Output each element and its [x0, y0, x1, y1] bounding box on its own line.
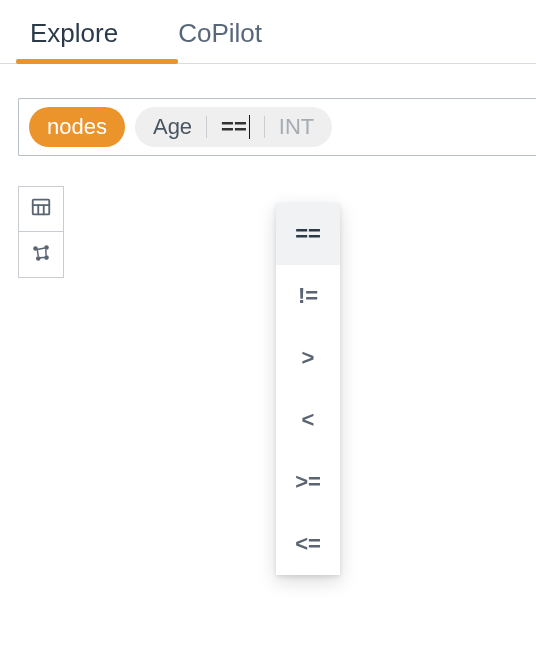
query-builder: nodes Age == INT — [0, 64, 536, 156]
entity-pill[interactable]: nodes — [29, 107, 125, 147]
operator-option-neq[interactable]: != — [276, 265, 340, 327]
pill-divider — [264, 116, 265, 138]
tab-copilot[interactable]: CoPilot — [178, 18, 262, 63]
pill-divider — [206, 116, 207, 138]
tab-explore[interactable]: Explore — [30, 18, 118, 63]
attribute-name: Age — [153, 114, 192, 140]
operator-input[interactable]: == — [221, 114, 250, 140]
operator-option-lte[interactable]: <= — [276, 513, 340, 575]
svg-point-7 — [44, 255, 49, 260]
operator-option-gt[interactable]: > — [276, 327, 340, 389]
view-tools — [18, 186, 64, 278]
graph-view-button[interactable] — [18, 232, 64, 278]
filter-pill[interactable]: Age == INT — [135, 107, 332, 147]
svg-point-6 — [36, 256, 41, 261]
tab-bar: Explore CoPilot — [0, 0, 536, 64]
table-icon — [30, 196, 52, 222]
table-view-button[interactable] — [18, 186, 64, 232]
operator-option-eq[interactable]: == — [276, 203, 340, 265]
operator-option-lt[interactable]: < — [276, 389, 340, 451]
operator-dropdown: == != > < >= <= — [276, 203, 340, 575]
graph-icon — [30, 242, 52, 268]
query-bar[interactable]: nodes Age == INT — [18, 98, 536, 156]
svg-point-5 — [44, 245, 49, 250]
svg-rect-0 — [33, 200, 50, 215]
operator-option-gte[interactable]: >= — [276, 451, 340, 513]
value-type-placeholder: INT — [279, 114, 314, 140]
